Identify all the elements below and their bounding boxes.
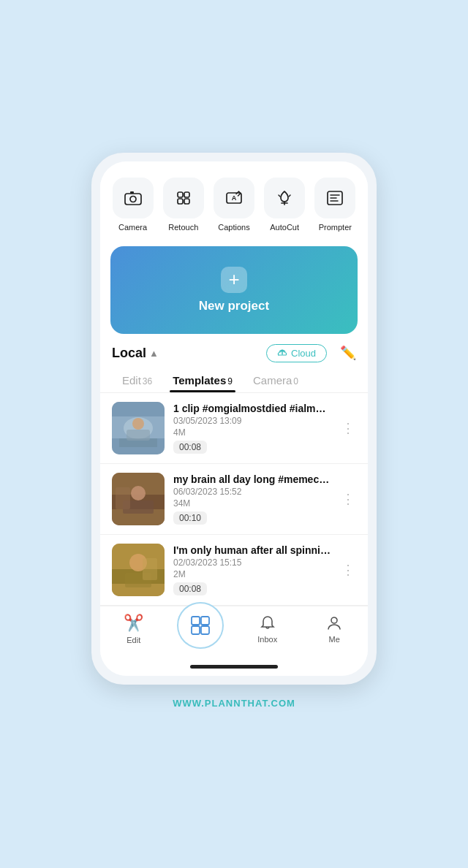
tab-edit-count: 36 <box>143 376 152 387</box>
project-duration-3: 00:08 <box>173 582 207 595</box>
bell-svg <box>259 614 276 632</box>
tool-camera[interactable]: Camera <box>113 178 154 232</box>
nav-inbox[interactable]: Inbox <box>234 614 301 644</box>
svg-rect-32 <box>201 626 209 634</box>
section-header: Local ▲ Cloud ✏️ <box>100 334 368 367</box>
svg-text:A: A <box>232 194 237 202</box>
svg-rect-4 <box>184 192 189 197</box>
svg-rect-28 <box>143 558 157 580</box>
svg-rect-18 <box>127 430 150 441</box>
person-svg <box>325 614 343 632</box>
tabs-row: Edit36 Templates9 Camera0 <box>100 367 368 393</box>
bell-icon <box>259 614 276 632</box>
project-date-2: 06/03/2023 15:52 <box>173 487 331 497</box>
autocut-icon <box>275 189 294 208</box>
project-size-1: 4M <box>173 427 331 438</box>
nav-inbox-label: Inbox <box>257 635 277 644</box>
svg-rect-0 <box>125 194 141 205</box>
project-more-3[interactable]: ⋮ <box>340 559 356 581</box>
scissors-icon: ✂️ <box>124 614 143 633</box>
project-size-3: 2M <box>173 569 331 579</box>
project-more-2[interactable]: ⋮ <box>340 488 356 510</box>
project-thumbnail-1 <box>112 402 165 454</box>
svg-rect-5 <box>178 199 183 204</box>
tool-autocut[interactable]: AutoCut <box>264 178 305 232</box>
home-indicator <box>190 665 278 669</box>
svg-rect-29 <box>192 617 200 625</box>
project-date-1: 03/05/2023 13:09 <box>173 416 331 426</box>
project-duration-2: 00:10 <box>173 511 207 525</box>
nav-template[interactable]: Template <box>167 618 235 640</box>
project-size-2: 34M <box>173 498 331 509</box>
project-info-3: I'm only human after all spinning... 02/… <box>173 544 331 595</box>
camera-label: Camera <box>118 223 147 232</box>
thumbnail-image-1 <box>112 402 165 454</box>
edit-pencil-icon[interactable]: ✏️ <box>340 345 356 361</box>
cloud-button[interactable]: Cloud <box>266 344 327 362</box>
cloud-upload-icon <box>277 348 287 358</box>
project-more-1[interactable]: ⋮ <box>340 417 356 439</box>
prompter-label: Prompter <box>319 223 352 232</box>
camera-icon <box>124 189 143 208</box>
table-row[interactable]: my brain all day long #memecut... 06/03/… <box>100 464 368 535</box>
table-row[interactable]: I'm only human after all spinning... 02/… <box>100 535 368 606</box>
autocut-label: AutoCut <box>270 223 299 232</box>
project-thumbnail-2 <box>112 473 165 525</box>
thumbnail-image-3 <box>112 544 165 596</box>
local-title: Local ▲ <box>112 346 159 361</box>
person-icon <box>325 614 343 632</box>
tab-camera-count: 0 <box>293 376 298 387</box>
svg-rect-30 <box>201 617 209 625</box>
nav-edit[interactable]: ✂️ Edit <box>100 614 167 644</box>
template-active-circle <box>177 602 224 649</box>
tab-templates[interactable]: Templates9 <box>162 367 243 392</box>
tab-camera-label: Camera <box>253 374 292 387</box>
svg-rect-31 <box>192 626 200 634</box>
table-row[interactable]: 1 clip #omgialmostdied #ialmost... 03/05… <box>100 393 368 464</box>
new-project-label: New project <box>199 299 269 313</box>
svg-rect-2 <box>130 191 134 194</box>
new-project-banner[interactable]: + New project <box>110 246 358 334</box>
website-label: WWW.PLANNTHAT.COM <box>173 685 295 716</box>
project-title-2: my brain all day long #memecut... <box>173 473 331 485</box>
svg-point-33 <box>331 617 337 623</box>
project-date-3: 02/03/2023 15:15 <box>173 557 331 568</box>
tab-edit[interactable]: Edit36 <box>112 367 162 392</box>
tool-retouch[interactable]: Retouch <box>163 178 204 232</box>
project-title-3: I'm only human after all spinning... <box>173 544 331 556</box>
project-list: 1 clip #omgialmostdied #ialmost... 03/05… <box>100 393 368 606</box>
captions-label: Captions <box>218 223 249 232</box>
svg-point-17 <box>132 418 144 430</box>
svg-rect-3 <box>178 192 183 197</box>
autocut-icon-box <box>264 178 305 218</box>
template-icon <box>190 615 211 636</box>
retouch-label: Retouch <box>168 223 198 232</box>
project-thumbnail-3 <box>112 544 165 596</box>
local-arrow-icon: ▲ <box>149 348 159 359</box>
svg-point-21 <box>131 486 146 500</box>
cloud-label: Cloud <box>291 348 316 359</box>
captions-icon-box: A <box>214 178 254 218</box>
captions-icon: A <box>224 189 244 208</box>
tool-prompter[interactable]: Prompter <box>314 178 355 232</box>
thumbnail-image-2 <box>112 473 165 525</box>
project-info-2: my brain all day long #memecut... 06/03/… <box>173 473 331 525</box>
camera-icon-box <box>113 178 154 218</box>
tab-camera[interactable]: Camera0 <box>243 367 309 392</box>
project-duration-1: 00:08 <box>173 441 207 454</box>
nav-edit-label: Edit <box>127 636 140 644</box>
tab-templates-count: 9 <box>227 376 233 387</box>
prompter-icon-box <box>314 178 355 218</box>
retouch-icon-box <box>163 178 204 218</box>
nav-me-label: Me <box>329 635 340 644</box>
nav-me[interactable]: Me <box>301 614 369 644</box>
svg-rect-6 <box>184 199 189 204</box>
project-title-1: 1 clip #omgialmostdied #ialmost... <box>173 403 331 414</box>
tools-row: Camera Retouch <box>100 161 368 239</box>
tab-edit-label: Edit <box>122 374 141 387</box>
tool-captions[interactable]: A Captions <box>214 178 254 232</box>
svg-rect-23 <box>116 487 130 509</box>
retouch-icon <box>174 189 193 208</box>
new-project-plus-icon: + <box>221 267 247 293</box>
svg-point-1 <box>130 196 136 202</box>
